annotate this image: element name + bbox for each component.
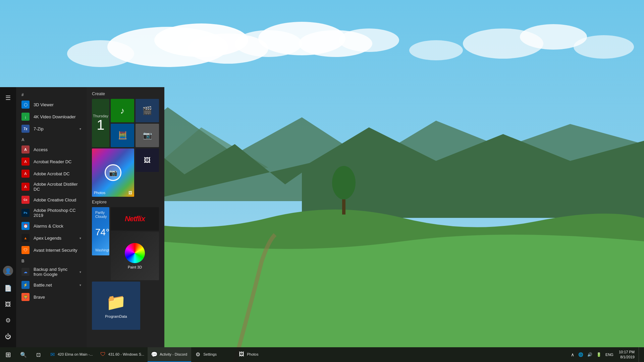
app-label: Backup and Sync from Google bbox=[34, 267, 75, 277]
app-access[interactable]: A Access bbox=[16, 143, 87, 156]
camera-icon: 📷 bbox=[143, 131, 152, 140]
discord-icon: 💬 bbox=[151, 351, 158, 358]
network-icon[interactable]: 🌐 bbox=[577, 352, 585, 357]
search-icon: 🔍 bbox=[20, 352, 27, 358]
tile-calendar[interactable]: Thursday 1 bbox=[92, 99, 109, 147]
app-creative-cloud[interactable]: Cc Adobe Creative Cloud bbox=[16, 194, 87, 206]
weather-city: Washington,... bbox=[95, 248, 106, 252]
app-alarms[interactable]: ⏰ Alarms & Clock bbox=[16, 220, 87, 232]
section-hash: # bbox=[16, 90, 87, 99]
expand-icon: ▾ bbox=[79, 270, 81, 274]
app-apex[interactable]: ▲ Apex Legends ▾ bbox=[16, 232, 87, 244]
outlook-label: 420 Elma on Main -... bbox=[58, 352, 93, 356]
app-brave[interactable]: 🦁 Brave bbox=[16, 291, 87, 303]
tile-films[interactable]: 🎬 bbox=[136, 99, 159, 122]
calc-icon: 🧮 bbox=[118, 131, 127, 140]
app-label: Adobe Acrobat Distiller DC bbox=[34, 182, 81, 192]
taskbar-app-brave[interactable]: 🛡 431.60 - Windows S... bbox=[96, 347, 148, 362]
user-profile-btn[interactable]: 👤 bbox=[0, 263, 16, 279]
tile-weather[interactable]: Partly Cloudy 74° 82° 72° Washington,... bbox=[92, 207, 109, 255]
app-label: Adobe Creative Cloud bbox=[34, 197, 76, 202]
create-row: Thursday 1 ♪ 🎬 bbox=[92, 99, 159, 147]
svg-point-7 bbox=[339, 28, 399, 52]
svg-point-8 bbox=[67, 40, 134, 67]
volume-icon[interactable]: 🔊 bbox=[586, 352, 594, 357]
app-7zip[interactable]: 7z 7-Zip ▾ bbox=[16, 123, 87, 135]
app-4kvideo[interactable]: ↓ 4K Video Downloader bbox=[16, 111, 87, 123]
app-photoshop[interactable]: Ps Adobe Photoshop CC 2019 bbox=[16, 206, 87, 220]
app-icon-adobe-acrobat: A bbox=[21, 170, 30, 178]
weather-temp: 74° bbox=[95, 227, 109, 238]
app-icon-3dviewer: ⬡ bbox=[21, 101, 30, 109]
taskbar-app-outlook[interactable]: ✉ 420 Elma on Main -... bbox=[46, 347, 96, 362]
app-label: 4K Video Downloader bbox=[34, 114, 76, 119]
app-avast[interactable]: 🛡 Avast Internet Security bbox=[16, 244, 87, 256]
taskbar-app-photos[interactable]: 🖼 Photos bbox=[235, 347, 278, 362]
power-btn[interactable]: ⏻ bbox=[0, 328, 16, 345]
outlook-icon: ✉ bbox=[49, 351, 56, 358]
app-label: Alarms & Clock bbox=[34, 224, 63, 229]
folder-icon: 📁 bbox=[106, 293, 126, 312]
taskbar-app-settings[interactable]: ⚙ Settings bbox=[191, 347, 235, 362]
photos-label: Photos bbox=[94, 191, 105, 195]
explore-label: Explore bbox=[92, 199, 159, 204]
settings-icon: ⚙ bbox=[5, 317, 11, 324]
app-acrobat-reader[interactable]: A Acrobat Reader DC bbox=[16, 156, 87, 168]
tray-expand[interactable]: ∧ bbox=[570, 352, 576, 357]
app-battlenet[interactable]: ⚡ Battle.net ▾ bbox=[16, 279, 87, 291]
groove-icon: ♪ bbox=[120, 106, 125, 116]
app-label: Brave bbox=[34, 295, 45, 300]
expand-icon: ▾ bbox=[79, 236, 81, 240]
app-backup[interactable]: ☁ Backup and Sync from Google ▾ bbox=[16, 265, 87, 279]
tile-camera[interactable]: 📷 bbox=[136, 124, 159, 147]
app-label: 7-Zip bbox=[34, 126, 44, 131]
explore-row: Partly Cloudy 74° 82° 72° Washington,...… bbox=[92, 207, 159, 280]
app-label: Acrobat Reader DC bbox=[34, 159, 71, 164]
app-icon-acrobat: A bbox=[21, 158, 30, 166]
app-distiller[interactable]: A Adobe Acrobat Distiller DC bbox=[16, 180, 87, 194]
task-view-button[interactable]: ⊡ bbox=[31, 347, 46, 362]
calendar-day-num: 1 bbox=[97, 118, 104, 132]
app-adobe-acrobat[interactable]: A Adobe Acrobat DC bbox=[16, 168, 87, 180]
start-button[interactable]: ⊞ bbox=[0, 347, 16, 362]
tiles-area: Create Thursday 1 ♪ bbox=[87, 87, 164, 347]
create-label: Create bbox=[92, 91, 159, 96]
app-icon-alarms: ⏰ bbox=[21, 222, 30, 230]
desktop: ☰ 👤 📄 🖼 ⚙ ⏻ # ⬡ bbox=[0, 0, 644, 362]
app-label: Adobe Acrobat DC bbox=[34, 171, 70, 176]
pictures-btn[interactable]: 🖼 bbox=[0, 296, 16, 312]
tile-programdata[interactable]: 📁 ProgramData bbox=[92, 282, 140, 330]
app-label: Battle.net bbox=[34, 283, 52, 288]
clock[interactable]: 10:17 PM 8/1/2019 bbox=[616, 350, 637, 360]
tile-paint3d[interactable]: Paint 3D bbox=[111, 232, 159, 280]
tile-groove[interactable]: ♪ bbox=[111, 99, 134, 122]
app-label: Adobe Photoshop CC 2019 bbox=[34, 208, 81, 218]
tile-netflix[interactable]: Netflix bbox=[111, 207, 159, 231]
search-button[interactable]: 🔍 bbox=[16, 347, 31, 362]
netflix-logo: Netflix bbox=[125, 215, 145, 223]
photos-row: 📷 Photos 🖼 🖼 bbox=[92, 148, 159, 197]
settings-label: Settings bbox=[203, 352, 217, 356]
app-icon-apex: ▲ bbox=[21, 234, 30, 242]
start-sidebar: ☰ 👤 📄 🖼 ⚙ ⏻ bbox=[0, 87, 16, 347]
tile-calculator[interactable]: 🧮 bbox=[111, 124, 134, 147]
films-icon: 🎬 bbox=[142, 106, 152, 115]
settings-btn[interactable]: ⚙ bbox=[0, 312, 16, 328]
hamburger-icon: ☰ bbox=[5, 94, 11, 102]
taskview-icon: ⊡ bbox=[36, 352, 41, 358]
app-3dviewer[interactable]: ⬡ 3D Viewer bbox=[16, 99, 87, 111]
documents-btn[interactable]: 📄 bbox=[0, 280, 16, 296]
photos-taskbar-label: Photos bbox=[247, 352, 258, 356]
photos-taskbar-icon: 🖼 bbox=[238, 351, 245, 358]
hamburger-menu-btn[interactable]: ☰ bbox=[0, 90, 16, 106]
app-icon-ps: Ps bbox=[21, 209, 30, 217]
battery-icon[interactable]: 🔋 bbox=[595, 352, 603, 357]
show-desktop-btn[interactable] bbox=[639, 347, 641, 362]
date-display: 8/1/2019 bbox=[619, 355, 635, 360]
tile-photos[interactable]: 📷 Photos 🖼 bbox=[92, 148, 134, 197]
tile-photos-small[interactable]: 🖼 bbox=[136, 148, 159, 172]
app-icon-7zip: 7z bbox=[21, 125, 30, 133]
keyboard-layout[interactable]: ENG bbox=[604, 353, 615, 357]
taskbar-app-discord[interactable]: 💬 Activity - Discord bbox=[148, 347, 191, 362]
app-label: Apex Legends bbox=[34, 236, 61, 241]
